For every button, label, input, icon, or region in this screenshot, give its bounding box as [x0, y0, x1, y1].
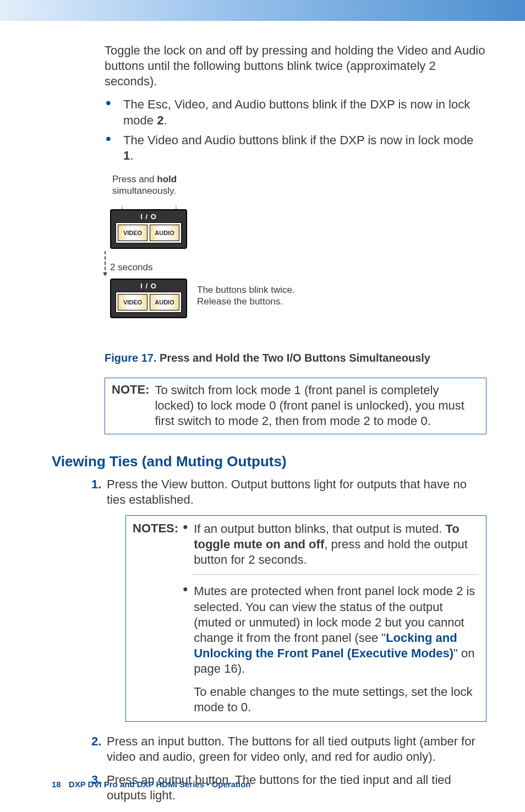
figure-number: Figure 17. [105, 352, 156, 364]
bullet-item-1: • The Esc, Video, and Audio buttons blin… [105, 97, 486, 128]
section-heading: Viewing Ties (and Muting Outputs) [52, 453, 486, 470]
dashed-arrow-icon [105, 251, 486, 275]
note-box: NOTE: To switch from lock mode 1 (front … [105, 378, 486, 434]
figure-text: Press and Hold the Two I/O Buttons Simul… [160, 352, 430, 364]
header-gradient-bar [0, 0, 525, 21]
bullet-list: • The Esc, Video, and Audio buttons blin… [105, 97, 486, 164]
divider [192, 574, 478, 575]
io-panel-bottom: I / O VIDEO AUDIO [110, 279, 187, 318]
hw-button-row: VIDEO AUDIO [116, 222, 182, 243]
io-label: I / O [116, 282, 182, 290]
bullet-2-post: . [130, 149, 133, 162]
audio-button: AUDIO [150, 225, 179, 241]
io-panel-top: I / O VIDEO AUDIO [110, 209, 187, 249]
notes-item-2: • Mutes are protected when front panel l… [183, 584, 478, 677]
notes-box: NOTES: • If an output button blinks, tha… [125, 515, 486, 722]
footer-title: DXP DVI Pro and DXP HDMI Series • Operat… [69, 780, 251, 789]
caption-line-1: The buttons blink twice. [197, 285, 295, 295]
caption-line-2: Release the buttons. [197, 296, 283, 307]
intro-paragraph: Toggle the lock on and off by pressing a… [105, 43, 486, 89]
step-number: 1. [91, 477, 107, 508]
press-hold-sub: simultaneously. [112, 186, 176, 196]
step-body: Press an input button. The buttons for a… [107, 734, 486, 765]
video-button: VIDEO [118, 294, 147, 310]
step-1: 1. Press the View button. Output buttons… [91, 477, 486, 508]
note-body: To switch from lock mode 1 (front panel … [155, 378, 486, 433]
bullet-dot: • [183, 521, 194, 568]
bullet-2-bold: 1 [123, 149, 130, 162]
bullet-item-2: • The Video and Audio buttons blink if t… [105, 133, 486, 164]
video-button: VIDEO [118, 225, 147, 241]
timing-indicator: 2 seconds [105, 251, 486, 275]
io-label: I / O [116, 212, 182, 221]
bullet-dot: • [105, 133, 123, 164]
notes-item-2-followup: To enable changes to the mute settings, … [194, 684, 478, 715]
audio-button: AUDIO [150, 294, 179, 310]
note-label: NOTE: [105, 378, 155, 433]
hw-button-row: VIDEO AUDIO [116, 292, 182, 313]
page-content: Toggle the lock on and off by pressing a… [0, 21, 525, 812]
io-panel-bottom-wrap: I / O VIDEO AUDIO The buttons blink twic… [105, 279, 486, 318]
press-hold-pre: Press and [112, 174, 157, 184]
step-body: Press the View button. Output buttons li… [107, 477, 486, 508]
step-number: 2. [91, 734, 107, 765]
bullet-2-pre: The Video and Audio buttons blink if the… [123, 133, 473, 147]
figure-caption: Figure 17. Press and Hold the Two I/O Bu… [105, 352, 486, 364]
press-hold-bold: hold [157, 174, 177, 184]
notes-item-1: • If an output button blinks, that outpu… [183, 521, 478, 568]
bullet-1-post: . [163, 113, 167, 127]
bullet-dot: • [105, 97, 123, 128]
arrow-down-icon: ↓ [119, 203, 125, 214]
arrow-down-icon: ↓ [173, 203, 179, 214]
notes-item-1-pre: If an output button blinks, that output … [194, 522, 445, 536]
step-2: 2. Press an input button. The buttons fo… [91, 734, 486, 765]
page-footer: 18 DXP DVI Pro and DXP HDMI Series • Ope… [52, 780, 250, 789]
diagram: Press and hold simultaneously. ↓ ↓ I / O… [105, 173, 486, 344]
bullet-dot: • [183, 584, 194, 677]
two-seconds-label: 2 seconds [110, 262, 153, 273]
bullet-1-pre: The Esc, Video, and Audio buttons blink … [123, 97, 470, 127]
arrows-top: ↓ ↓ [119, 198, 179, 209]
panel-caption: The buttons blink twice. Release the but… [197, 284, 295, 308]
page-number: 18 [52, 780, 61, 789]
notes-label: NOTES: [126, 516, 183, 573]
bullet-1-bold: 2 [157, 113, 163, 127]
press-hold-caption: Press and hold simultaneously. [112, 173, 486, 197]
